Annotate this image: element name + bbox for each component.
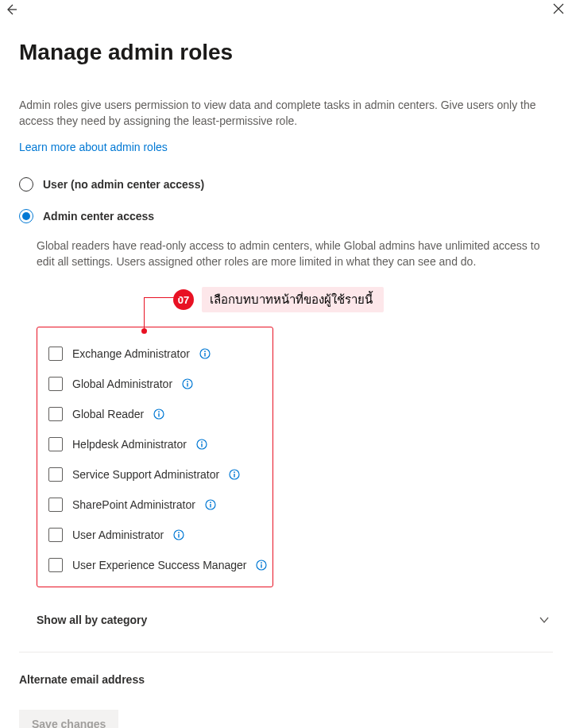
info-icon[interactable] bbox=[173, 529, 184, 540]
page-description: Admin roles give users permission to vie… bbox=[19, 97, 553, 130]
role-label: SharePoint Administrator bbox=[72, 498, 195, 511]
svg-rect-23 bbox=[261, 564, 262, 568]
role-item: Global Reader bbox=[48, 399, 261, 429]
access-description: Global readers have read-only access to … bbox=[37, 238, 553, 270]
svg-rect-14 bbox=[234, 474, 235, 478]
role-checkbox[interactable] bbox=[48, 528, 63, 542]
radio-label: User (no admin center access) bbox=[43, 178, 204, 191]
svg-point-13 bbox=[234, 471, 235, 473]
roles-highlight-box: Exchange AdministratorGlobal Administrat… bbox=[37, 327, 273, 587]
radio-no-admin-access[interactable]: User (no admin center access) bbox=[19, 177, 553, 192]
role-label: User Experience Success Manager bbox=[72, 559, 246, 571]
role-label: Helpdesk Administrator bbox=[72, 438, 187, 451]
role-checkbox[interactable] bbox=[48, 347, 63, 361]
role-checkbox[interactable] bbox=[48, 467, 63, 482]
svg-point-16 bbox=[210, 501, 211, 503]
info-icon[interactable] bbox=[229, 469, 240, 480]
learn-more-link[interactable]: Learn more about admin roles bbox=[19, 141, 168, 153]
svg-point-19 bbox=[178, 532, 180, 533]
role-item: Service Support Administrator bbox=[48, 459, 261, 490]
svg-rect-20 bbox=[178, 534, 179, 538]
role-item: Global Administrator bbox=[48, 369, 261, 399]
svg-point-10 bbox=[201, 441, 203, 443]
callout-connector bbox=[144, 297, 180, 298]
svg-point-7 bbox=[158, 411, 160, 412]
radio-label: Admin center access bbox=[43, 210, 154, 223]
svg-point-4 bbox=[187, 381, 188, 382]
svg-rect-11 bbox=[201, 443, 202, 447]
role-item: User Experience Success Manager bbox=[48, 550, 261, 580]
info-icon[interactable] bbox=[199, 348, 211, 359]
role-checkbox[interactable] bbox=[48, 377, 63, 391]
info-icon[interactable] bbox=[196, 439, 207, 450]
info-icon[interactable] bbox=[153, 409, 164, 420]
role-checkbox[interactable] bbox=[48, 407, 63, 421]
role-label: User Administrator bbox=[72, 529, 164, 541]
callout-connector bbox=[144, 297, 145, 331]
svg-point-1 bbox=[204, 350, 206, 352]
show-all-by-category[interactable]: Show all by category bbox=[37, 606, 553, 633]
alternate-email-label: Alternate email address bbox=[19, 673, 553, 686]
svg-rect-8 bbox=[159, 413, 160, 417]
role-checkbox[interactable] bbox=[48, 437, 63, 451]
role-item: Exchange Administrator bbox=[48, 339, 261, 369]
role-item: Helpdesk Administrator bbox=[48, 429, 261, 459]
step-text: เลือกบทบาทหน้าที่ของผู้ใช้รายนี้ bbox=[202, 287, 384, 312]
info-icon[interactable] bbox=[182, 378, 193, 389]
svg-rect-17 bbox=[210, 504, 211, 508]
divider bbox=[19, 652, 553, 652]
radio-icon-selected bbox=[19, 209, 33, 223]
info-icon[interactable] bbox=[205, 499, 216, 510]
info-icon[interactable] bbox=[256, 560, 267, 571]
back-icon[interactable] bbox=[5, 3, 17, 16]
svg-point-22 bbox=[261, 562, 263, 563]
svg-rect-5 bbox=[187, 383, 187, 387]
chevron-down-icon bbox=[539, 614, 550, 625]
radio-admin-center-access[interactable]: Admin center access bbox=[19, 209, 553, 223]
role-checkbox[interactable] bbox=[48, 498, 63, 512]
role-label: Service Support Administrator bbox=[72, 468, 219, 481]
role-label: Global Administrator bbox=[72, 378, 172, 390]
step-callout: 07 เลือกบทบาทหน้าที่ของผู้ใช้รายนี้ bbox=[173, 287, 553, 312]
save-changes-button[interactable]: Save changes bbox=[19, 710, 118, 728]
expander-label: Show all by category bbox=[37, 614, 147, 626]
svg-rect-2 bbox=[204, 353, 205, 357]
role-item: User Administrator bbox=[48, 520, 261, 550]
page-title: Manage admin roles bbox=[19, 40, 553, 65]
radio-icon bbox=[19, 177, 33, 192]
role-item: SharePoint Administrator bbox=[48, 490, 261, 520]
role-label: Exchange Administrator bbox=[72, 347, 190, 360]
role-checkbox[interactable] bbox=[48, 558, 63, 572]
role-label: Global Reader bbox=[72, 408, 144, 420]
close-icon[interactable] bbox=[553, 3, 564, 14]
step-number-badge: 07 bbox=[173, 289, 194, 310]
